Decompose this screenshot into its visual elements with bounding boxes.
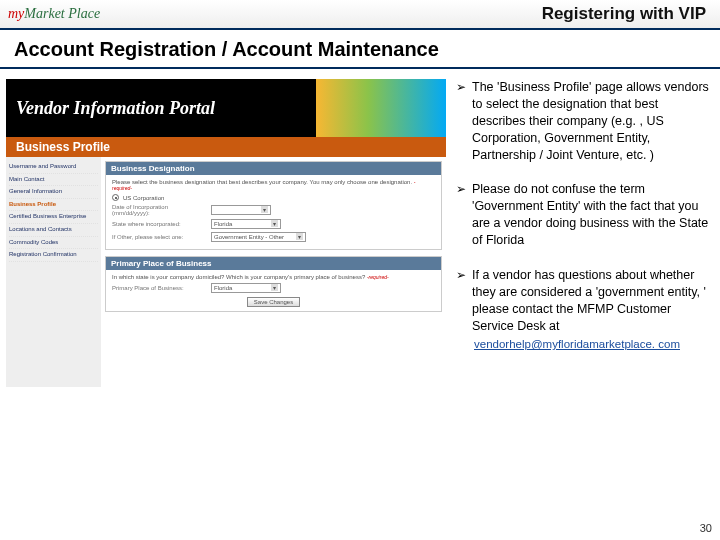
radio-us-corporation[interactable] <box>112 194 119 201</box>
state-label: State where incorporated: <box>112 221 207 227</box>
other-label: If Other, please select one: <box>112 234 207 240</box>
vip-banner-image <box>316 79 446 137</box>
bullet-item: ➢ The 'Business Profile' page allows ven… <box>456 79 710 163</box>
bullet-icon: ➢ <box>456 79 466 163</box>
content-row: Vendor Information Portal Business Profi… <box>0 69 720 387</box>
nav-item[interactable]: Commodity Codes <box>9 237 98 250</box>
email-link[interactable]: vendorhelp@myfloridamarketplace. com <box>474 338 680 350</box>
slide-title: Registering with VIP <box>542 4 712 24</box>
radio-row: US Corporation <box>112 194 435 201</box>
bullet-list: ➢ The 'Business Profile' page allows ven… <box>456 79 710 387</box>
bullet-text: If a vendor has questions about whether … <box>472 267 710 335</box>
vip-banner: Vendor Information Portal <box>6 79 446 137</box>
panel-business-designation: Business Designation Please select the b… <box>105 161 442 250</box>
date-label: Date of Incorporation (mm/dd/yyyy): <box>112 204 207 216</box>
panel-body: Please select the business designation t… <box>106 175 441 249</box>
date-input[interactable] <box>211 205 271 215</box>
required-marker: -required- <box>367 274 389 280</box>
nav-item[interactable]: General Information <box>9 186 98 199</box>
nav-item[interactable]: Locations and Contacts <box>9 224 98 237</box>
logo-my: my <box>8 6 24 21</box>
vip-screenshot: Vendor Information Portal Business Profi… <box>6 79 446 387</box>
radio-label: US Corporation <box>123 195 164 201</box>
nav-item[interactable]: Registration Confirmation <box>9 249 98 262</box>
vip-subbar: Business Profile <box>6 137 446 157</box>
bullet-icon: ➢ <box>456 267 466 335</box>
panel-primary-place: Primary Place of Business In which state… <box>105 256 442 312</box>
other-select[interactable]: Government Entity - Other <box>211 232 306 242</box>
page-number: 30 <box>700 522 712 534</box>
nav-item[interactable]: Username and Password <box>9 161 98 174</box>
page-heading: Account Registration / Account Maintenan… <box>0 30 720 67</box>
nav-item[interactable]: Main Contact <box>9 174 98 187</box>
bullet-text: The 'Business Profile' page allows vendo… <box>472 79 710 163</box>
pob-select[interactable]: Florida <box>211 283 281 293</box>
vip-body: Username and Password Main Contact Gener… <box>6 157 446 387</box>
nav-item-active[interactable]: Business Profile <box>9 199 98 212</box>
panel-head: Business Designation <box>106 162 441 175</box>
vip-side-nav: Username and Password Main Contact Gener… <box>6 157 101 387</box>
panel-head: Primary Place of Business <box>106 257 441 270</box>
vip-banner-title: Vendor Information Portal <box>6 79 316 137</box>
nav-item[interactable]: Certified Business Enterprise <box>9 211 98 224</box>
bullet-item: ➢ If a vendor has questions about whethe… <box>456 267 710 335</box>
vip-form-area: Business Designation Please select the b… <box>101 157 446 387</box>
logo: myMarket Place <box>8 6 100 22</box>
save-changes-button[interactable]: Save Changes <box>247 297 300 307</box>
bullet-icon: ➢ <box>456 181 466 249</box>
state-select[interactable]: Florida <box>211 219 281 229</box>
header-bar: myMarket Place Registering with VIP <box>0 0 720 30</box>
logo-marketplace: Market Place <box>24 6 100 21</box>
bullet-item: ➢ Please do not confuse the term 'Govern… <box>456 181 710 249</box>
pob-label: Primary Place of Business: <box>112 285 207 291</box>
panel-instruction: Please select the business designation t… <box>112 179 435 191</box>
panel-question: In which state is your company domiciled… <box>112 274 435 280</box>
panel-body: In which state is your company domiciled… <box>106 270 441 311</box>
bullet-text: Please do not confuse the term 'Governme… <box>472 181 710 249</box>
